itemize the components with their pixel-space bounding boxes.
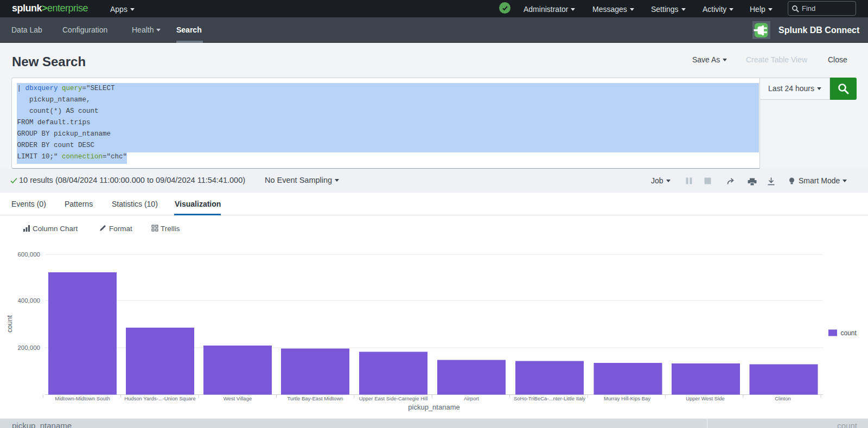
svg-text:Airport: Airport bbox=[464, 395, 479, 401]
svg-text:Upper East Side-Carnegie Hill: Upper East Side-Carnegie Hill bbox=[359, 395, 428, 401]
svg-text:count: count bbox=[841, 329, 857, 337]
svg-text:Turtle Bay-East Midtown: Turtle Bay-East Midtown bbox=[287, 395, 343, 401]
svg-text:400,000: 400,000 bbox=[17, 297, 40, 304]
svg-text:200,000: 200,000 bbox=[17, 344, 40, 351]
svg-text:Clinton: Clinton bbox=[775, 395, 791, 401]
svg-text:pickup_ntaname: pickup_ntaname bbox=[408, 403, 459, 411]
svg-text:Midtown-Midtown South: Midtown-Midtown South bbox=[55, 395, 110, 401]
svg-text:SoHo-TriBeCa-...nter-Little It: SoHo-TriBeCa-...nter-Little Italy bbox=[514, 395, 585, 401]
svg-text:Upper West Side: Upper West Side bbox=[686, 395, 725, 401]
svg-text:Murray Hill-Kips Bay: Murray Hill-Kips Bay bbox=[604, 395, 650, 401]
svg-text:count: count bbox=[5, 315, 14, 333]
svg-text:West Village: West Village bbox=[224, 395, 252, 401]
svg-text:Hudson Yards-...-Union Square: Hudson Yards-...-Union Square bbox=[124, 395, 196, 401]
svg-text:600,000: 600,000 bbox=[17, 251, 40, 258]
